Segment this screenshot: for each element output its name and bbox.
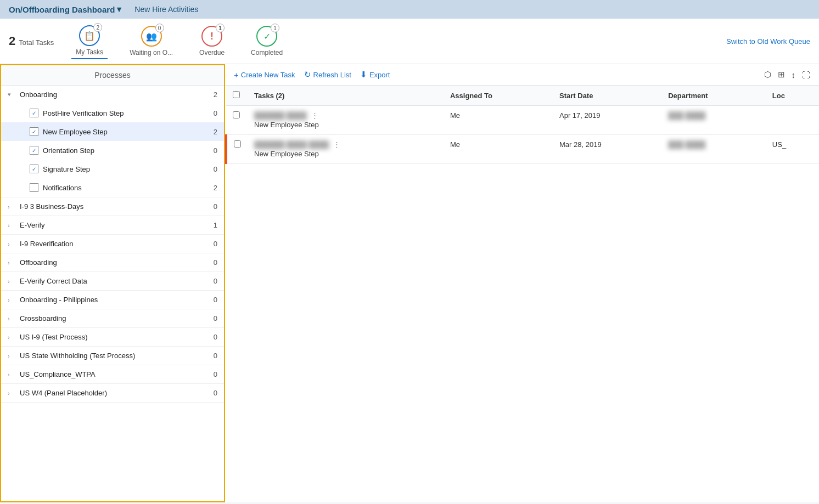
row1-location [766, 106, 819, 135]
share-icon-button[interactable]: ⬡ [764, 70, 771, 80]
waiting-stat[interactable]: 👥 0 Waiting on O... [125, 24, 177, 59]
chevron-right-icon: › [8, 241, 15, 247]
row2-name-blurred: ██████ ████ ████ [254, 140, 329, 149]
row1-assigned-to: Me [444, 106, 553, 135]
new-employee-label: New Employee Step [43, 128, 202, 136]
row2-step-name[interactable]: New Employee Step [254, 150, 437, 158]
create-new-task-button[interactable]: + Create New Task [234, 70, 295, 80]
new-employee-checkbox[interactable]: ✓ [30, 127, 38, 136]
row2-start-date: Mar 28, 2019 [553, 135, 661, 164]
sidebar-item-everify-correct[interactable]: › E-Verify Correct Data 0 [1, 272, 224, 290]
chevron-right-icon: › [8, 203, 15, 210]
expand-icon-button[interactable]: ⛶ [802, 70, 810, 80]
sidebar-item-us-w4[interactable]: › US W4 (Panel Placeholder) 0 [1, 384, 224, 402]
sidebar-item-i9-business[interactable]: › I-9 3 Business-Days 0 [1, 197, 224, 216]
export-label: Export [369, 71, 390, 79]
switch-to-old-work-queue-link[interactable]: Switch to Old Work Queue [726, 37, 810, 46]
notifications-count: 2 [206, 184, 217, 192]
offboarding-group: › Offboarding 0 [1, 253, 224, 272]
chevron-right-icon: › [8, 353, 15, 359]
main-layout: Processes ▾ Onboarding 2 ✓ PostHire Veri… [0, 64, 819, 502]
everify-group: › E-Verify 1 [1, 216, 224, 235]
stats-bar: 2 Total Tasks 📋 2 My Tasks 👥 0 Waiting o… [0, 19, 819, 64]
select-all-header[interactable] [226, 86, 248, 106]
sidebar-item-us-compliance[interactable]: › US_Compliance_WTPA 0 [1, 365, 224, 383]
onboarding-ph-label: Onboarding - Philippines [20, 296, 202, 304]
total-tasks-label: Total Tasks [19, 38, 54, 47]
chevron-right-icon: › [8, 371, 15, 378]
row1-checkbox[interactable] [233, 111, 240, 118]
row1-name-blurred: ██████ ████ [254, 111, 307, 120]
onboarding-group: ▾ Onboarding 2 ✓ PostHire Verification S… [1, 86, 224, 197]
dashboard-title-text: On/Offboarding Dashboard [9, 5, 115, 14]
row2-more-icon[interactable]: ⋮ [333, 140, 340, 149]
us-w4-group: › US W4 (Panel Placeholder) 0 [1, 384, 224, 403]
crossboarding-label: Crossboarding [20, 314, 202, 322]
my-tasks-stat[interactable]: 📋 2 My Tasks [71, 23, 108, 59]
row1-task-cell: ██████ ████ ⋮ New Employee Step [248, 106, 444, 135]
sidebar-item-us-state-withholding[interactable]: › US State Withholding (Test Process) 0 [1, 347, 224, 365]
orientation-checkbox[interactable]: ✓ [30, 146, 38, 155]
chevron-right-icon: › [8, 390, 15, 397]
everify-correct-count: 0 [206, 277, 217, 285]
everify-label: E-Verify [20, 221, 202, 229]
posthire-checkbox[interactable]: ✓ [30, 109, 38, 117]
us-state-withholding-group: › US State Withholding (Test Process) 0 [1, 347, 224, 365]
waiting-icon: 👥 0 [141, 26, 162, 47]
sidebar-item-posthire[interactable]: ✓ PostHire Verification Step 0 [1, 104, 224, 122]
row2-checkbox[interactable] [234, 140, 241, 148]
sidebar-item-us-i9-test[interactable]: › US I-9 (Test Process) 0 [1, 328, 224, 346]
signature-checkbox[interactable]: ✓ [30, 165, 38, 173]
overdue-stat[interactable]: ! 1 Overdue [195, 24, 229, 59]
row1-more-icon[interactable]: ⋮ [311, 111, 318, 120]
my-tasks-badge: 2 [93, 23, 102, 32]
sidebar-item-offboarding[interactable]: › Offboarding 0 [1, 253, 224, 271]
i9-business-label: I-9 3 Business-Days [20, 202, 202, 211]
table-row: ██████ ████ ⋮ New Employee Step Me Apr 1… [226, 106, 819, 135]
i9-reverify-group: › I-9 Reverification 0 [1, 235, 224, 253]
sidebar-item-new-employee[interactable]: ✓ New Employee Step 2 [1, 122, 224, 141]
sidebar-item-crossboarding[interactable]: › Crossboarding 0 [1, 309, 224, 327]
sidebar-item-signature[interactable]: ✓ Signature Step 0 [1, 160, 224, 178]
notifications-checkbox[interactable] [30, 183, 38, 192]
row1-checkbox-cell[interactable] [226, 106, 248, 135]
onboarding-label: Onboarding [20, 90, 202, 99]
sidebar-item-i9-reverify[interactable]: › I-9 Reverification 0 [1, 235, 224, 253]
us-i9-test-count: 0 [206, 333, 217, 341]
table-body: ██████ ████ ⋮ New Employee Step Me Apr 1… [226, 106, 819, 164]
filter-icon-button[interactable]: ⊞ [778, 70, 785, 80]
orientation-count: 0 [206, 146, 217, 155]
new-hire-activities-link[interactable]: New Hire Activities [134, 5, 198, 14]
select-all-checkbox[interactable] [233, 91, 240, 98]
completed-stat[interactable]: ✓ 1 Completed [246, 24, 287, 59]
refresh-list-button[interactable]: ↻ Refresh List [304, 70, 351, 80]
onboarding-ph-group: › Onboarding - Philippines 0 [1, 291, 224, 309]
sidebar-item-onboarding[interactable]: ▾ Onboarding 2 [1, 86, 224, 104]
tasks-column-header: Tasks (2) [248, 86, 444, 106]
sidebar-header: Processes [1, 65, 224, 86]
row2-department: ███ ████ [661, 135, 766, 164]
i9-business-group: › I-9 3 Business-Days 0 [1, 197, 224, 216]
crossboarding-count: 0 [206, 314, 217, 322]
chevron-right-icon: › [8, 222, 15, 229]
us-compliance-group: › US_Compliance_WTPA 0 [1, 365, 224, 384]
chevron-right-icon: › [8, 334, 15, 341]
us-compliance-label: US_Compliance_WTPA [20, 370, 202, 378]
everify-count: 1 [206, 221, 217, 229]
sidebar-item-orientation[interactable]: ✓ Orientation Step 0 [1, 141, 224, 160]
sort-icon-button[interactable]: ↕ [792, 70, 796, 80]
sidebar-item-onboarding-ph[interactable]: › Onboarding - Philippines 0 [1, 291, 224, 309]
tasks-table-element: Tasks (2) Assigned To Start Date Departm… [225, 86, 819, 164]
us-state-withholding-label: US State Withholding (Test Process) [20, 352, 202, 360]
export-icon: ⬇ [360, 70, 367, 80]
onboarding-ph-count: 0 [206, 296, 217, 304]
row2-checkbox-cell[interactable] [226, 135, 248, 164]
everify-correct-group: › E-Verify Correct Data 0 [1, 272, 224, 291]
sidebar-item-notifications[interactable]: Notifications 2 [1, 178, 224, 197]
dashboard-title[interactable]: On/Offboarding Dashboard ▾ [9, 4, 121, 14]
row1-step-name[interactable]: New Employee Step [254, 121, 437, 129]
chevron-right-icon: › [8, 315, 15, 322]
export-button[interactable]: ⬇ Export [360, 70, 390, 80]
row2-task-info: ██████ ████ ████ ⋮ New Employee Step [254, 140, 437, 158]
sidebar-item-everify[interactable]: › E-Verify 1 [1, 216, 224, 234]
